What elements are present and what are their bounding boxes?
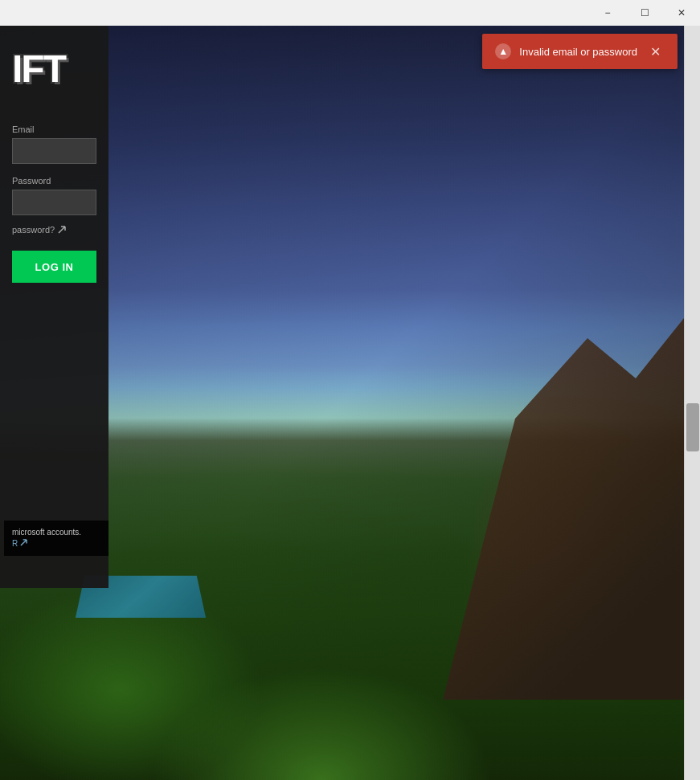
error-close-button[interactable]: ✕ xyxy=(645,42,665,61)
external-link-icon xyxy=(58,226,66,234)
login-button[interactable]: LOG IN xyxy=(12,251,96,283)
bottom-note-link[interactable]: R xyxy=(12,538,100,549)
minecraft-logo: IFT xyxy=(12,50,96,88)
close-button[interactable]: ✕ xyxy=(663,0,700,26)
bottom-note-link-text: R xyxy=(12,538,18,549)
scrollbar[interactable] xyxy=(684,26,700,780)
bottom-note: microsoft accounts. R xyxy=(4,521,108,556)
login-panel: IFT Email Password password? LOG IN micr… xyxy=(0,26,108,588)
error-warning-icon: ▲ xyxy=(495,43,511,59)
title-bar: − ☐ ✕ xyxy=(0,0,700,26)
error-notification: ▲ Invalid email or password ✕ xyxy=(482,34,677,69)
password-input[interactable] xyxy=(12,190,96,215)
error-message: Invalid email or password xyxy=(519,46,637,58)
external-link-icon-2 xyxy=(20,538,27,549)
restore-button[interactable]: ☐ xyxy=(626,0,663,26)
bottom-note-text: microsoft accounts. xyxy=(12,528,81,537)
forgot-password-link[interactable]: password? xyxy=(12,225,96,235)
scrollbar-thumb[interactable] xyxy=(686,403,699,451)
window-controls: − ☐ ✕ xyxy=(589,0,700,26)
password-label: Password xyxy=(12,176,96,186)
email-input[interactable] xyxy=(12,138,96,164)
minimize-button[interactable]: − xyxy=(589,0,626,26)
forgot-password-text: password? xyxy=(12,225,55,235)
email-label: Email xyxy=(12,125,96,134)
